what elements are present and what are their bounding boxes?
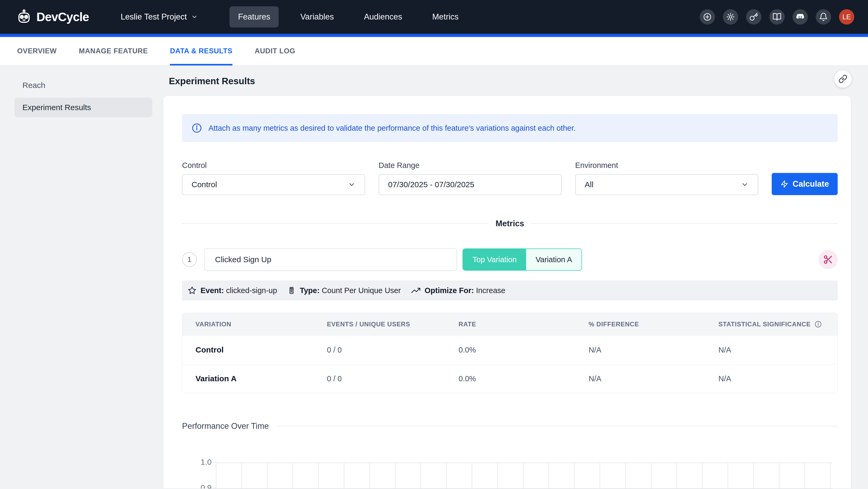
y-tick-label: 1.0	[200, 458, 212, 466]
col-percent-difference: % DIFFERENCE	[589, 320, 718, 328]
type-pair: Type: Count Per Unique User	[300, 286, 401, 295]
cell-events: 0 / 0	[327, 346, 459, 354]
copy-link-button[interactable]	[834, 70, 851, 88]
nav-item-metrics[interactable]: Metrics	[424, 6, 467, 27]
key-icon	[749, 12, 758, 21]
devcycle-robot-icon	[16, 9, 32, 25]
experiment-results-card: Attach as many metrics as desired to val…	[163, 96, 851, 488]
notifications-button[interactable]	[816, 9, 831, 25]
info-banner: Attach as many metrics as desired to val…	[182, 114, 838, 142]
optimize-value: Increase	[476, 286, 505, 295]
y-axis-tick-2: 0.9	[188, 483, 212, 488]
cell-significance: N/A	[718, 374, 824, 383]
tab-manage-feature[interactable]: MANAGE FEATURE	[79, 37, 148, 65]
divider-line	[182, 223, 489, 224]
settings-button[interactable]	[723, 9, 738, 25]
environment-select[interactable]: All	[575, 174, 758, 195]
link-icon	[838, 75, 847, 83]
nav-item-variables[interactable]: Variables	[292, 6, 342, 27]
event-pair: Event: clicked-sign-up	[200, 286, 277, 295]
gear-icon	[726, 12, 735, 21]
info-icon	[191, 123, 202, 133]
user-avatar[interactable]: LE	[839, 9, 854, 25]
content-area: Reach Experiment Results Experiment Resu…	[0, 66, 868, 488]
tab-data-results[interactable]: DATA & RESULTS	[170, 37, 232, 65]
nav-item-features[interactable]: Features	[229, 6, 279, 27]
api-keys-button[interactable]	[746, 9, 762, 25]
metric-summary-bar: Event: clicked-sign-up Type: Count Per U…	[182, 280, 838, 300]
metric-row: 1 Clicked Sign Up Top Variation Variatio…	[182, 248, 838, 271]
date-range-input[interactable]: 07/30/2025 - 07/30/2025	[379, 174, 562, 195]
nav-item-audiences[interactable]: Audiences	[355, 6, 410, 27]
control-select-value: Control	[191, 180, 217, 189]
devcycle-app-window: DevCycle Leslie Test Project Features Va…	[0, 0, 868, 489]
cell-significance: N/A	[718, 346, 824, 354]
metric-index-badge: 1	[182, 252, 197, 267]
trending-up-icon	[411, 286, 420, 295]
cell-rate: 0.0%	[459, 374, 589, 383]
cell-rate: 0.0%	[459, 346, 589, 354]
chevron-down-icon	[741, 181, 749, 189]
results-table: VARIATION EVENTS / UNIQUE USERS RATE % D…	[182, 313, 838, 393]
variation-toggle: Top Variation Variation A	[463, 249, 582, 271]
project-selector[interactable]: Leslie Test Project	[121, 12, 198, 22]
sidebar-item-reach[interactable]: Reach	[14, 76, 152, 95]
brand-wordmark: DevCycle	[36, 10, 89, 24]
plus-circle-icon	[703, 12, 712, 21]
toggle-top-variation[interactable]: Top Variation	[463, 249, 526, 270]
discord-button[interactable]	[793, 9, 808, 25]
cell-events: 0 / 0	[327, 374, 459, 383]
cell-difference: N/A	[589, 374, 718, 383]
type-value: Count Per Unique User	[321, 286, 401, 295]
calculate-button[interactable]: Calculate	[772, 173, 838, 195]
optimize-label: Optimize For:	[425, 286, 474, 295]
control-select[interactable]: Control	[182, 174, 365, 195]
table-header-row: VARIATION EVENTS / UNIQUE USERS RATE % D…	[182, 313, 837, 335]
navbar-actions: LE	[700, 9, 854, 25]
results-sidebar: Reach Experiment Results	[0, 66, 158, 488]
y-tick-label: 0.9	[200, 483, 212, 488]
table-row-control: Control 0 / 0 0.0% N/A N/A	[182, 335, 837, 364]
lightning-bolt-icon	[780, 180, 788, 188]
accent-strip	[0, 34, 868, 37]
col-variation: VARIATION	[195, 320, 327, 328]
optimize-pair: Optimize For: Increase	[425, 286, 505, 295]
y-axis-tick-1: 1.0	[188, 458, 212, 466]
star-icon	[188, 286, 196, 295]
event-value: clicked-sign-up	[226, 286, 277, 295]
environment-label: Environment	[575, 161, 758, 170]
info-icon[interactable]	[814, 320, 822, 328]
date-range-value: 07/30/2025 - 07/30/2025	[388, 180, 474, 189]
date-range-field-group: Date Range 07/30/2025 - 07/30/2025	[379, 161, 562, 195]
metric-name-input[interactable]: Clicked Sign Up	[205, 248, 457, 271]
tab-audit-log[interactable]: AUDIT LOG	[255, 37, 295, 65]
control-label: Control	[182, 161, 365, 170]
col-statistical-significance: STATISTICAL SIGNIFICANCE	[718, 320, 824, 328]
type-label: Type:	[300, 286, 319, 295]
page-header: Experiment Results	[158, 66, 868, 96]
discord-icon	[796, 12, 805, 22]
metrics-divider: Metrics	[182, 219, 838, 228]
page-title: Experiment Results	[169, 76, 255, 86]
docs-button[interactable]	[769, 9, 785, 25]
environment-select-value: All	[585, 180, 593, 189]
col-statistical-significance-label: STATISTICAL SIGNIFICANCE	[718, 320, 811, 328]
chevron-down-icon	[348, 181, 355, 189]
filters-row: Control Control Date Range 07/30/2025 - …	[182, 161, 838, 195]
divider-line	[531, 223, 838, 224]
performance-chart: 1.0 0.9	[216, 463, 832, 488]
sidebar-item-experiment-results[interactable]: Experiment Results	[14, 98, 152, 117]
main-panel: Experiment Results Attach as many metric…	[158, 66, 868, 488]
col-rate: RATE	[459, 320, 589, 328]
cell-variation: Variation A	[195, 374, 327, 383]
book-open-icon	[773, 12, 781, 21]
toggle-variation-a[interactable]: Variation A	[526, 249, 582, 270]
tab-overview[interactable]: OVERVIEW	[17, 37, 57, 65]
create-new-button[interactable]	[700, 9, 715, 25]
remove-metric-button[interactable]	[819, 250, 838, 269]
devcycle-logo[interactable]: DevCycle	[16, 9, 89, 25]
col-events-unique-users: EVENTS / UNIQUE USERS	[327, 320, 459, 328]
primary-nav: Features Variables Audiences Metrics	[229, 6, 467, 27]
date-range-label: Date Range	[379, 161, 562, 170]
chevron-down-icon	[191, 13, 198, 20]
